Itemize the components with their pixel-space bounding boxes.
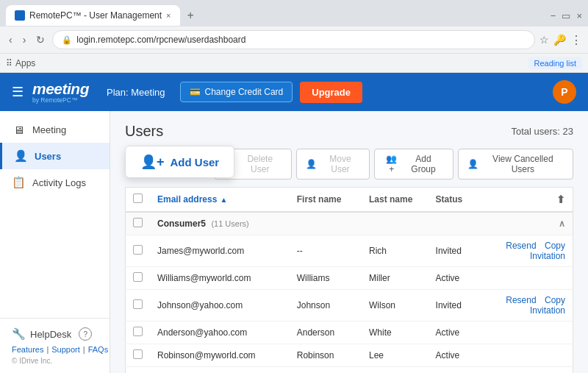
- status-column-header[interactable]: Status: [429, 188, 485, 213]
- lastname-column-header[interactable]: Last name: [362, 188, 429, 213]
- activity-logs-icon: 📋: [12, 176, 25, 189]
- table-row: Johnson@yahoo.com Johnson Wilson Invited…: [126, 290, 573, 322]
- hamburger-menu-icon[interactable]: ☰: [12, 84, 24, 100]
- star-icon[interactable]: ☆: [539, 34, 549, 46]
- app-header: ☰ meeting by RemotePC™ Plan: Meeting 💳 C…: [0, 73, 588, 111]
- group-name: Consumer5: [157, 219, 206, 229]
- firstname-header-label: First name: [297, 194, 342, 205]
- firstname-column-header[interactable]: First name: [290, 188, 362, 213]
- add-user-popup[interactable]: 👤+ Add User: [125, 146, 234, 178]
- email-cell-2: Johnson@yahoo.com: [150, 290, 290, 322]
- group-collapse-cell[interactable]: ∧: [484, 212, 573, 235]
- view-cancelled-button[interactable]: 👤 View Cancelled Users: [458, 149, 573, 180]
- lastname-cell-2: Wilson: [362, 290, 429, 322]
- address-bar-row: ‹ › ↻ 🔒 login.remotepc.com/rpcnew/userda…: [0, 26, 588, 53]
- toolbar: 👤+ Add User 👤 Delete User 👤 Move User 👥+…: [125, 149, 573, 180]
- row-checkbox-1[interactable]: [133, 272, 143, 282]
- logo: meeting by RemotePC™: [32, 80, 89, 104]
- app-body: 🖥 Meeting 👤 Users 📋 Activity Logs 🔧 Help…: [0, 111, 588, 373]
- apps-label[interactable]: ⠿ Apps: [6, 58, 35, 68]
- resend-link-2[interactable]: Resend: [506, 295, 536, 305]
- add-group-label: Add Group: [403, 154, 443, 174]
- sort-asc-icon: ▲: [220, 196, 227, 204]
- lastname-cell-5: John: [362, 367, 429, 374]
- tab-title: RemotePC™ - User Management: [29, 10, 162, 21]
- upgrade-button[interactable]: Upgrade: [300, 82, 362, 103]
- collapse-icon[interactable]: ∧: [559, 219, 565, 229]
- table-row: Adams@myworld.com Adams John Invited Res…: [126, 367, 573, 374]
- forward-button[interactable]: ›: [20, 31, 29, 49]
- export-icon[interactable]: ⬆: [556, 193, 565, 205]
- restore-icon[interactable]: ▭: [562, 10, 570, 21]
- back-button[interactable]: ‹: [6, 31, 15, 49]
- reload-button[interactable]: ↻: [33, 31, 48, 49]
- logo-area: meeting by RemotePC™: [32, 80, 89, 104]
- bookmark-bar: ⠿ Apps Reading list: [0, 53, 588, 72]
- firstname-cell-4: Robinson: [290, 344, 362, 367]
- row-checkbox-0[interactable]: [133, 245, 143, 255]
- change-credit-card-button[interactable]: 💳 Change Credit Card: [180, 82, 293, 102]
- sidebar-item-activity-logs[interactable]: 📋 Activity Logs: [0, 169, 110, 196]
- cc-btn-label: Change Credit Card: [205, 87, 284, 97]
- action-cell-4: [484, 344, 573, 367]
- table-row: Williams@myworld.com Williams Miller Act…: [126, 267, 573, 290]
- email-cell-4: Robinson@myworld.com: [150, 344, 290, 367]
- reading-list-btn[interactable]: Reading list: [528, 57, 582, 69]
- close-window-icon[interactable]: ×: [576, 10, 582, 21]
- move-user-label: Move User: [320, 154, 361, 174]
- support-link[interactable]: Support: [51, 345, 80, 354]
- row-checkbox-4[interactable]: [133, 349, 143, 359]
- add-group-button[interactable]: 👥+ Add Group: [374, 149, 453, 180]
- select-all-checkbox[interactable]: [133, 193, 143, 203]
- features-link[interactable]: Features: [12, 345, 43, 354]
- new-tab-button[interactable]: +: [183, 7, 198, 24]
- table-row: Anderson@yahoo.com Anderson White Active: [126, 322, 573, 344]
- move-user-button[interactable]: 👤 Move User: [296, 149, 370, 180]
- more-icon[interactable]: ⋮: [570, 33, 582, 47]
- browser-chrome: RemotePC™ - User Management × + − ▭ × ‹ …: [0, 0, 588, 73]
- user-avatar[interactable]: P: [553, 80, 576, 104]
- users-icon: 👤: [14, 149, 27, 163]
- row-checkbox-2[interactable]: [133, 299, 143, 309]
- status-cell-0: Invited: [429, 235, 485, 267]
- email-cell-3: Anderson@yahoo.com: [150, 322, 290, 344]
- faqs-link[interactable]: FAQs: [88, 345, 109, 354]
- group-checkbox[interactable]: [133, 218, 143, 227]
- resend-link-0[interactable]: Resend: [506, 241, 536, 251]
- active-tab[interactable]: RemotePC™ - User Management ×: [6, 5, 180, 26]
- tab-favicon: [15, 10, 25, 21]
- add-user-icon: 👤+: [140, 154, 165, 170]
- select-all-header[interactable]: [126, 188, 151, 213]
- page-header: Users Total users: 23: [125, 123, 573, 140]
- lastname-cell-3: White: [362, 322, 429, 344]
- add-user-label: Add User: [171, 156, 220, 168]
- plan-label: Plan: Meeting: [107, 87, 165, 98]
- help-question-icon[interactable]: ?: [79, 327, 92, 341]
- lastname-cell-1: Miller: [362, 267, 429, 290]
- add-group-icon: 👥+: [384, 154, 399, 174]
- delete-user-label: Delete User: [238, 154, 282, 174]
- lastname-cell-0: Rich: [362, 235, 429, 267]
- helpdesk-icon: 🔧: [12, 327, 26, 341]
- sidebar-item-meeting[interactable]: 🖥 Meeting: [0, 117, 110, 143]
- lock-icon: 🔒: [62, 35, 72, 45]
- view-cancelled-icon: 👤: [467, 159, 478, 169]
- helpdesk-label: HelpDesk: [30, 329, 71, 340]
- action-column-header: ⬆: [484, 188, 573, 213]
- address-bar[interactable]: 🔒 login.remotepc.com/rpcnew/userdashboar…: [52, 30, 535, 49]
- key-icon[interactable]: 🔑: [553, 34, 566, 46]
- email-column-header[interactable]: Email address ▲: [150, 188, 290, 213]
- row-checkbox-3[interactable]: [133, 327, 143, 336]
- avatar-initial: P: [561, 86, 567, 98]
- minimize-icon[interactable]: −: [551, 10, 556, 21]
- tab-close-btn[interactable]: ×: [166, 11, 171, 20]
- view-cancelled-label: View Cancelled Users: [482, 154, 564, 174]
- sidebar-meeting-label: Meeting: [32, 124, 66, 135]
- sidebar-item-users[interactable]: 👤 Users: [0, 143, 110, 169]
- sidebar-links: Features | Support | FAQs: [12, 345, 98, 354]
- sidebar-bottom: 🔧 HelpDesk ? Features | Support | FAQs ©…: [0, 318, 110, 373]
- total-users-count: Total users: 23: [511, 126, 573, 137]
- firstname-cell-5: Adams: [290, 367, 362, 374]
- action-cell-1: [484, 267, 573, 290]
- email-header-label: Email address: [157, 194, 217, 205]
